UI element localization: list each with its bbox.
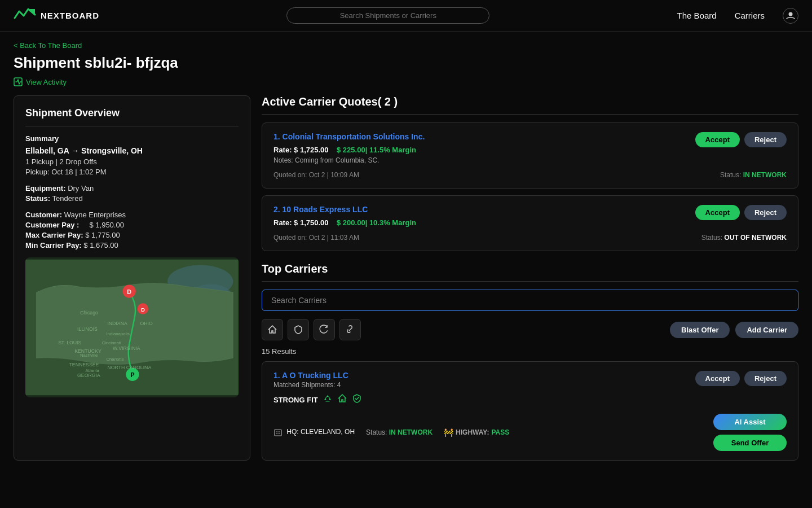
- carrier-1-status: Status: IN NETWORK: [366, 428, 433, 436]
- building-icon: [273, 428, 283, 437]
- link-icon: [345, 325, 355, 335]
- right-panel: Active Carrier Quotes( 2 ) 1. Colonial T…: [262, 95, 798, 461]
- customer-value: Wayne Enterprises: [64, 211, 126, 219]
- max-carrier-pay-value: $ 1,775.00: [85, 231, 120, 239]
- logo-icon: [14, 7, 36, 25]
- svg-text:OHIO: OHIO: [140, 321, 153, 326]
- svg-text:Nashville: Nashville: [80, 353, 98, 358]
- view-activity-link[interactable]: View Activity: [14, 77, 798, 86]
- header-search[interactable]: [286, 7, 489, 24]
- quote-2-reject-button[interactable]: Reject: [744, 205, 787, 220]
- summary-label: Summary: [25, 134, 239, 143]
- carrier-card-1-top: 1. A O Trucking LLC Matched Shipments: 4…: [273, 371, 787, 406]
- header-search-input[interactable]: [286, 7, 489, 24]
- highway-label: HIGHWAY:: [456, 428, 489, 436]
- overview-title: Shipment Overview: [25, 107, 239, 126]
- quote-2-rate: Rate: $ 1,750.00 $ 200.00| 10.3% Margin: [273, 218, 695, 227]
- quote-card-2: 2. 10 Roads Express LLC Rate: $ 1,750.00…: [262, 195, 798, 251]
- carrier-1-hq: HQ: CLEVELAND, OH: [273, 428, 355, 437]
- quote-2-date: Quoted on: Oct 2 | 11:03 AM: [273, 234, 359, 242]
- quote-card-1: 1. Colonial Transportation Solutions Inc…: [262, 122, 798, 189]
- add-carrier-button[interactable]: Add Carrier: [735, 322, 798, 338]
- equipment-label: Equipment:: [25, 184, 66, 192]
- quote-1-actions: Accept Reject: [695, 132, 787, 147]
- quote-1-reject-button[interactable]: Reject: [744, 132, 787, 147]
- quote-1-left: 1. Colonial Transportation Solutions Inc…: [273, 132, 695, 167]
- carrier-1-fit-icon-recycle: [323, 393, 333, 406]
- customer-pay-info: Customer Pay : $ 1,950.00: [25, 221, 239, 229]
- carrier-1-matched: Matched Shipments: 4: [273, 381, 362, 389]
- carrier-1-footer-right: AI Assist Send Offer: [713, 414, 787, 451]
- page-content: < Back To The Board Shipment sblu2i- bfj…: [0, 32, 812, 470]
- carrier-1-footer-left: HQ: CLEVELAND, OH Status: IN NETWORK 🚧 H…: [273, 428, 509, 437]
- customer-pay-label: Customer Pay :: [25, 221, 79, 229]
- pickups-info: 1 Pickup | 2 Drop Offs: [25, 157, 239, 166]
- quote-1-date: Quoted on: Oct 2 | 10:09 AM: [273, 171, 359, 179]
- highway-emoji: 🚧: [444, 428, 453, 437]
- nav-carriers[interactable]: Carriers: [735, 11, 765, 20]
- quote-2-status: Status: OUT OF NETWORK: [701, 234, 787, 242]
- carrier-1-accept-button[interactable]: Accept: [695, 371, 740, 386]
- svg-text:TENNESSEE: TENNESSEE: [69, 362, 99, 367]
- quote-1-carrier-name[interactable]: 1. Colonial Transportation Solutions Inc…: [273, 132, 695, 141]
- top-carriers-section: Top Carriers: [262, 262, 798, 461]
- carrier-1-top-actions: Accept Reject: [695, 371, 787, 386]
- quote-2-accept-button[interactable]: Accept: [695, 205, 740, 220]
- quote-1-rate: Rate: $ 1,725.00 $ 225.00| 11.5% Margin: [273, 146, 695, 154]
- highway-value: PASS: [491, 428, 509, 436]
- filter-shield-button[interactable]: [288, 319, 309, 340]
- carrier-1-fit-icon-home: [337, 393, 347, 406]
- svg-text:Chicago: Chicago: [80, 310, 98, 316]
- nav: The Board Carriers: [677, 8, 798, 24]
- carrier-1-fit-icon-shield: [352, 393, 362, 406]
- customer-pay-value: [81, 221, 87, 229]
- carrier-1-fit: STRONG FIT: [273, 393, 362, 406]
- top-carriers-title: Top Carriers: [262, 262, 798, 282]
- quote-2-footer: Quoted on: Oct 2 | 11:03 AM Status: OUT …: [273, 234, 787, 242]
- equipment-info: Equipment: Dry Van: [25, 184, 239, 192]
- svg-marker-0: [29, 9, 35, 15]
- quote-1-notes: Notes: Coming from Columbia, SC.: [273, 156, 695, 164]
- carrier-1-highway: 🚧 HIGHWAY: PASS: [444, 428, 509, 437]
- customer-info: Customer: Wayne Enterprises: [25, 211, 239, 219]
- svg-point-1: [789, 12, 793, 16]
- svg-text:ILLINOIS: ILLINOIS: [77, 326, 98, 332]
- logo-text: NEXTBOARD: [41, 11, 99, 20]
- quote-1-accept-button[interactable]: Accept: [695, 132, 740, 147]
- svg-text:GEORGIA: GEORGIA: [77, 373, 100, 378]
- carrier-1-footer: HQ: CLEVELAND, OH Status: IN NETWORK 🚧 H…: [273, 414, 787, 451]
- shield-icon: [293, 325, 303, 335]
- svg-text:Cincinnati: Cincinnati: [102, 340, 121, 345]
- svg-text:P: P: [130, 371, 134, 378]
- search-carriers-input[interactable]: [262, 290, 798, 311]
- carrier-1-status-value: IN NETWORK: [389, 428, 433, 436]
- svg-text:INDIANA: INDIANA: [107, 321, 127, 326]
- active-quotes-section: Active Carrier Quotes( 2 ) 1. Colonial T…: [262, 95, 798, 251]
- nav-the-board[interactable]: The Board: [677, 11, 717, 20]
- filter-link-button[interactable]: [339, 319, 361, 340]
- min-carrier-pay-info: Min Carrier Pay: $ 1,675.00: [25, 241, 239, 249]
- user-avatar[interactable]: [783, 8, 798, 24]
- customer-pay-amount: $ 1,950.00: [89, 221, 123, 229]
- quote-2-actions: Accept Reject: [695, 205, 787, 220]
- svg-text:ST. LOUIS: ST. LOUIS: [58, 340, 81, 345]
- filter-icons: [262, 319, 361, 340]
- quote-2-carrier-name[interactable]: 2. 10 Roads Express LLC: [273, 205, 695, 214]
- carrier-1-name[interactable]: 1. A O Trucking LLC: [273, 371, 362, 380]
- carrier-1-reject-button[interactable]: Reject: [744, 371, 787, 386]
- view-activity-label: View Activity: [26, 78, 67, 86]
- blast-offer-button[interactable]: Blast Offer: [670, 322, 730, 338]
- ai-assist-button[interactable]: AI Assist: [713, 414, 787, 430]
- min-carrier-pay-value: $ 1,675.00: [83, 241, 118, 249]
- results-count: 15 Results: [262, 347, 798, 356]
- filter-refresh-button[interactable]: [314, 319, 335, 340]
- route-text: Ellabell, GA → Strongsville, OH: [25, 146, 239, 155]
- status-value: Tendered: [52, 194, 82, 203]
- back-link[interactable]: < Back To The Board: [14, 41, 82, 50]
- send-offer-button[interactable]: Send Offer: [713, 435, 787, 451]
- carrier-1-hq-value: HQ: CLEVELAND, OH: [286, 428, 355, 436]
- filter-home-button[interactable]: [262, 319, 283, 340]
- refresh-icon: [319, 325, 329, 335]
- active-quotes-title: Active Carrier Quotes( 2 ): [262, 95, 798, 115]
- quote-1-status-value: IN NETWORK: [743, 171, 787, 179]
